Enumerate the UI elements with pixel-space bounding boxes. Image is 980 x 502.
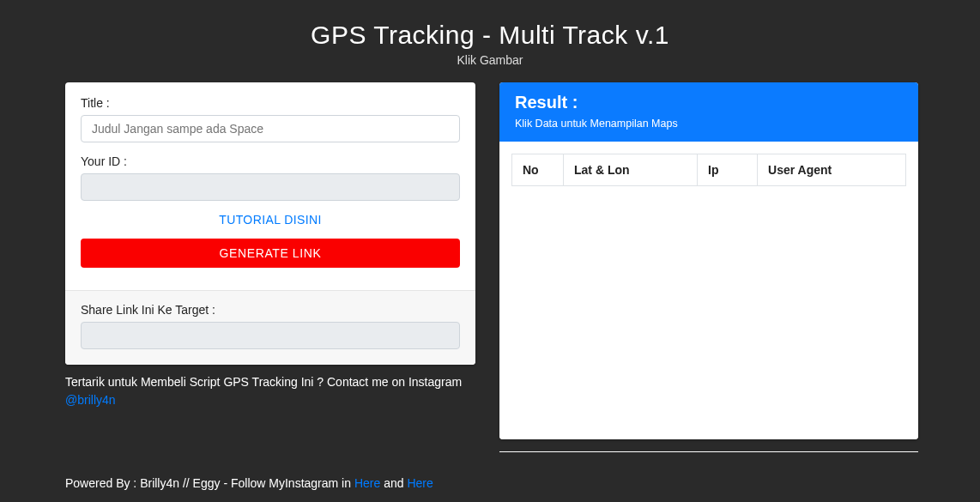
- footer-link-2[interactable]: Here: [407, 476, 433, 490]
- result-hint: Klik Data untuk Menampilan Maps: [515, 118, 903, 130]
- table-header-row: No Lat & Lon Ip User Agent: [512, 154, 906, 186]
- page-title: GPS Tracking - Multi Track v.1: [65, 21, 915, 50]
- tutorial-link[interactable]: TUTORIAL DISINI: [81, 213, 460, 227]
- title-input[interactable]: [81, 115, 460, 142]
- page-subtitle: Klik Gambar: [65, 53, 915, 67]
- instagram-handle-link[interactable]: @brilly4n: [65, 393, 116, 407]
- col-useragent: User Agent: [758, 154, 906, 186]
- result-body[interactable]: No Lat & Lon Ip User Agent: [499, 142, 918, 439]
- col-latlon: Lat & Lon: [564, 154, 698, 186]
- result-header: Result : Klik Data untuk Menampilan Maps: [499, 82, 918, 142]
- col-no: No: [512, 154, 564, 186]
- page-header: GPS Tracking - Multi Track v.1 Klik Gamb…: [65, 21, 915, 67]
- your-id-label: Your ID :: [81, 154, 460, 168]
- contact-text: Tertarik untuk Membeli Script GPS Tracki…: [65, 375, 462, 389]
- page-footer: Powered By : Brilly4n // Eggy - Follow M…: [0, 476, 980, 490]
- share-link-input[interactable]: [81, 322, 460, 349]
- your-id-input[interactable]: [81, 173, 460, 201]
- result-title: Result :: [515, 93, 903, 112]
- footer-mid: and: [384, 476, 407, 490]
- generate-link-button[interactable]: GENERATE LINK: [81, 239, 460, 268]
- col-ip: Ip: [698, 154, 758, 186]
- footer-prefix: Powered By : Brilly4n // Eggy - Follow M…: [65, 476, 354, 490]
- share-section: Share Link Ini Ke Target :: [65, 290, 475, 365]
- result-table: No Lat & Lon Ip User Agent: [511, 154, 906, 186]
- contact-note: Tertarik untuk Membeli Script GPS Tracki…: [65, 373, 475, 409]
- share-label: Share Link Ini Ke Target :: [81, 303, 460, 317]
- form-card: Title : Your ID : TUTORIAL DISINI GENERA…: [65, 82, 475, 365]
- title-label: Title :: [81, 96, 460, 110]
- result-card: Result : Klik Data untuk Menampilan Maps…: [499, 82, 918, 439]
- footer-link-1[interactable]: Here: [354, 476, 380, 490]
- divider: [499, 451, 918, 452]
